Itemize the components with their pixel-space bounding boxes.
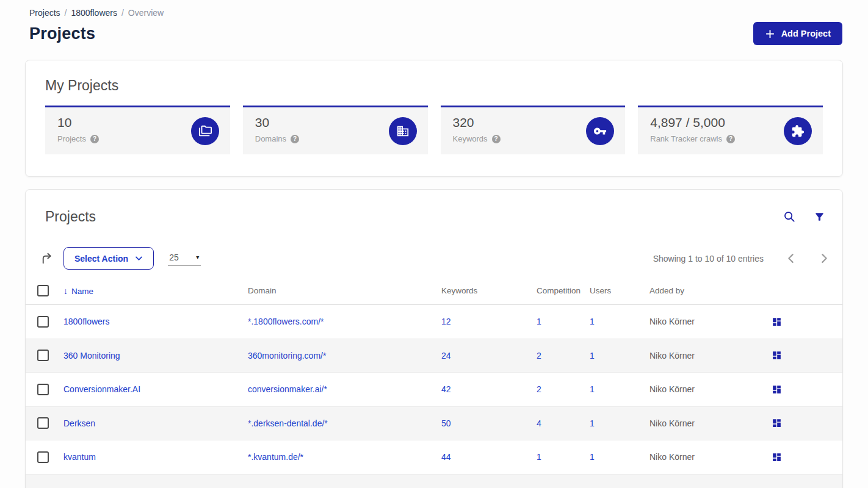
project-name-link[interactable]: 1800flowers bbox=[63, 317, 110, 326]
added-by-text: Niko Körner bbox=[649, 418, 763, 428]
showing-entries-text: Showing 1 to 10 of 10 entries bbox=[653, 254, 764, 264]
domain-building-icon bbox=[389, 117, 417, 145]
table-row: Derksen *.derksen-dental.de/* 50 4 1 Nik… bbox=[26, 407, 842, 441]
breadcrumb-separator: / bbox=[65, 8, 67, 18]
row-checkbox[interactable] bbox=[37, 316, 49, 328]
column-header-name[interactable]: ↓Name bbox=[63, 286, 248, 296]
search-icon[interactable] bbox=[781, 208, 798, 225]
project-domain-link[interactable]: *.1800flowers.com/* bbox=[248, 317, 324, 326]
table-row: kvantum *.kvantum.de/* 44 1 1 Niko Körne… bbox=[26, 440, 842, 475]
breadcrumb-projects[interactable]: Projects bbox=[29, 8, 60, 18]
sort-desc-icon: ↓ bbox=[63, 286, 68, 296]
stat-rank-tracker: 4,897 / 5,000 Rank Tracker crawls ? bbox=[638, 106, 823, 154]
breadcrumb-overview: Overview bbox=[128, 8, 164, 18]
keywords-count-link[interactable]: 12 bbox=[441, 317, 451, 326]
table-row: 360 Monitoring 360monitoring.com/* 24 2 … bbox=[26, 339, 842, 373]
filter-icon[interactable] bbox=[811, 209, 828, 225]
pagination-next-icon[interactable] bbox=[819, 252, 830, 265]
help-icon[interactable]: ? bbox=[492, 135, 501, 143]
added-by-text: Niko Körner bbox=[649, 351, 763, 361]
page-size-value: 25 bbox=[169, 253, 179, 262]
page-header: Projects / 1800flowers / Overview Projec… bbox=[0, 0, 868, 45]
added-by-text: Niko Körner bbox=[649, 452, 763, 462]
my-projects-card: My Projects 10 Projects ? 30 Domains ? bbox=[25, 60, 843, 177]
puzzle-icon bbox=[784, 117, 812, 145]
select-all-checkbox[interactable] bbox=[37, 285, 49, 296]
project-domain-link[interactable]: 360monitoring.com/* bbox=[248, 351, 326, 361]
competition-count-link[interactable]: 1 bbox=[537, 317, 541, 326]
page-size-select[interactable]: 25 ▾ bbox=[168, 251, 201, 266]
export-share-icon[interactable] bbox=[40, 251, 54, 265]
row-checkbox[interactable] bbox=[37, 384, 49, 395]
select-action-dropdown[interactable]: Select Action bbox=[63, 247, 154, 270]
project-domain-link[interactable]: conversionmaker.ai/* bbox=[248, 384, 327, 394]
stat-domains-label: Domains bbox=[255, 134, 286, 143]
users-count-link[interactable]: 1 bbox=[590, 317, 595, 326]
add-project-label: Add Project bbox=[781, 29, 831, 38]
caret-down-icon: ▾ bbox=[196, 254, 199, 260]
project-domain-link[interactable]: *.kvantum.de/* bbox=[248, 452, 303, 462]
project-domain-link[interactable]: *.derksen-dental.de/* bbox=[248, 418, 328, 428]
projects-table: ↓Name Domain Keywords Competition Users … bbox=[26, 277, 842, 488]
users-count-link[interactable]: 1 bbox=[590, 351, 595, 361]
row-checkbox[interactable] bbox=[37, 350, 49, 361]
competition-count-link[interactable]: 2 bbox=[537, 384, 541, 394]
added-by-text: Niko Körner bbox=[649, 384, 763, 394]
dashboard-icon[interactable] bbox=[770, 383, 783, 396]
dashboard-icon[interactable] bbox=[770, 417, 783, 429]
pagination-prev-icon[interactable] bbox=[786, 252, 796, 265]
table-row: 1800flowers *.1800flowers.com/* 12 1 1 N… bbox=[26, 305, 842, 339]
column-header-keywords[interactable]: Keywords bbox=[441, 286, 537, 295]
users-count-link[interactable]: 1 bbox=[590, 452, 595, 462]
breadcrumb: Projects / 1800flowers / Overview bbox=[29, 8, 842, 18]
project-name-link[interactable]: 360 Monitoring bbox=[63, 351, 120, 361]
table-row-partial bbox=[26, 475, 842, 488]
project-name-link[interactable]: Conversionmaker.AI bbox=[63, 384, 140, 394]
help-icon[interactable]: ? bbox=[291, 135, 299, 143]
breadcrumb-1800flowers[interactable]: 1800flowers bbox=[71, 8, 117, 18]
dashboard-icon[interactable] bbox=[770, 349, 783, 362]
column-header-added-by[interactable]: Added by bbox=[649, 286, 763, 295]
dashboard-icon[interactable] bbox=[770, 451, 783, 464]
dashboard-icon[interactable] bbox=[770, 315, 783, 328]
chevron-down-icon bbox=[135, 254, 143, 262]
competition-count-link[interactable]: 2 bbox=[537, 351, 541, 361]
users-count-link[interactable]: 1 bbox=[590, 384, 595, 394]
competition-count-link[interactable]: 1 bbox=[537, 452, 541, 462]
stat-keywords-label: Keywords bbox=[453, 134, 488, 143]
keywords-count-link[interactable]: 24 bbox=[441, 351, 451, 361]
projects-folders-icon bbox=[191, 117, 219, 145]
competition-count-link[interactable]: 4 bbox=[537, 418, 541, 428]
column-header-competition[interactable]: Competition bbox=[537, 286, 590, 295]
added-by-text: Niko Körner bbox=[649, 317, 763, 326]
stats-row: 10 Projects ? 30 Domains ? bbox=[45, 106, 823, 154]
add-project-button[interactable]: Add Project bbox=[753, 22, 842, 45]
table-row: Conversionmaker.AI conversionmaker.ai/* … bbox=[26, 373, 842, 407]
page-title: Projects bbox=[29, 24, 95, 43]
row-checkbox[interactable] bbox=[37, 451, 49, 463]
stat-domains: 30 Domains ? bbox=[243, 106, 428, 154]
project-name-link[interactable]: kvantum bbox=[63, 452, 96, 462]
projects-card: Projects Select Action 25 ▾ Showing 1 to… bbox=[25, 189, 843, 488]
key-icon bbox=[586, 117, 614, 145]
help-icon[interactable]: ? bbox=[90, 135, 99, 143]
keywords-count-link[interactable]: 44 bbox=[441, 452, 451, 462]
row-checkbox[interactable] bbox=[37, 417, 49, 429]
stat-rank-tracker-label: Rank Tracker crawls bbox=[650, 134, 722, 143]
keywords-count-link[interactable]: 50 bbox=[441, 418, 451, 428]
users-count-link[interactable]: 1 bbox=[590, 418, 595, 428]
select-action-label: Select Action bbox=[74, 254, 128, 264]
table-toolbar: Select Action 25 ▾ Showing 1 to 10 of 10… bbox=[26, 225, 842, 270]
stat-keywords: 320 Keywords ? bbox=[441, 106, 626, 154]
project-name-link[interactable]: Derksen bbox=[63, 418, 95, 428]
table-header-row: ↓Name Domain Keywords Competition Users … bbox=[26, 277, 842, 305]
column-header-users[interactable]: Users bbox=[590, 286, 649, 295]
keywords-count-link[interactable]: 42 bbox=[441, 384, 451, 394]
column-header-domain[interactable]: Domain bbox=[248, 286, 441, 295]
breadcrumb-separator: / bbox=[121, 8, 124, 18]
help-icon[interactable]: ? bbox=[726, 135, 735, 143]
plus-icon bbox=[765, 29, 775, 39]
stat-projects-label: Projects bbox=[57, 134, 86, 143]
stat-projects: 10 Projects ? bbox=[45, 106, 230, 154]
projects-panel-title: Projects bbox=[45, 209, 96, 225]
